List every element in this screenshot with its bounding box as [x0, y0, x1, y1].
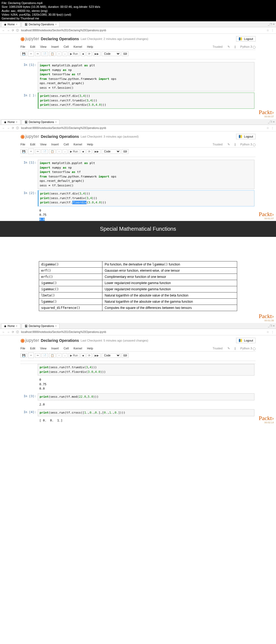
move-down-button[interactable]: ↓ — [63, 52, 67, 56]
edit-icon[interactable]: ✎ — [227, 45, 230, 49]
reload-icon[interactable]: ⟳ — [12, 29, 14, 32]
logout-button[interactable]: Logout — [236, 338, 256, 343]
forward-icon[interactable]: → — [7, 127, 10, 130]
menu-edit[interactable]: Edit — [30, 347, 35, 350]
menu-file[interactable]: File — [20, 347, 25, 350]
menu-file[interactable]: File — [20, 143, 25, 146]
copy-button[interactable]: 📄 — [42, 149, 48, 154]
cell-type-select[interactable]: Code — [102, 52, 120, 56]
edit-icon[interactable]: ✎ — [227, 143, 230, 146]
copy-button[interactable]: 📄 — [42, 52, 48, 56]
move-up-button[interactable]: ↑ — [57, 353, 61, 358]
menu-cell[interactable]: Cell — [64, 347, 69, 350]
info-icon[interactable]: ⓘ — [16, 29, 19, 32]
partial-cell[interactable]: print(sess.run(tf.truediv(3,4))) print(s… — [22, 364, 254, 376]
run-button[interactable]: ▶ Run — [68, 353, 80, 358]
command-palette-button[interactable]: ⌨ — [122, 149, 129, 154]
window-controls[interactable]: ⎯ ❐ ✕ — [268, 121, 276, 123]
run-all-button[interactable]: ▶▶ — [93, 149, 101, 154]
close-icon[interactable]: × — [16, 23, 18, 26]
notebook-title[interactable]: Declaring Operations — [41, 134, 79, 139]
move-up-button[interactable]: ↑ — [57, 52, 61, 56]
paste-button[interactable]: 📋 — [49, 353, 56, 358]
copy-button[interactable]: 📄 — [42, 353, 48, 358]
command-palette-button[interactable]: ⌨ — [122, 353, 129, 358]
cell-body[interactable]: print(sess.run(tf.div(3,4))) print(sess.… — [38, 93, 254, 109]
menu-view[interactable]: View — [40, 347, 47, 350]
close-icon[interactable]: × — [55, 23, 57, 26]
cut-button[interactable]: ✂ — [35, 149, 40, 154]
stop-button[interactable]: ■ — [81, 353, 85, 358]
menu-help[interactable]: Help — [87, 143, 93, 146]
cell-body[interactable]: import matplotlib.pyplot as plt import n… — [38, 62, 254, 91]
tab-notebook[interactable]: 📓Declaring Operations× — [22, 323, 60, 328]
back-icon[interactable]: ← — [2, 330, 5, 333]
cell-body[interactable]: print(sess.run(tf.truediv(3,4))) print(s… — [38, 364, 254, 376]
menu-kernel[interactable]: Kernel — [74, 45, 82, 49]
menu-help[interactable]: Help — [87, 347, 93, 350]
info-icon[interactable]: ⓘ — [16, 330, 19, 334]
cell-body[interactable]: print(sess.run(tf.mod(22.0,5.0))) — [38, 393, 254, 401]
menu-edit[interactable]: Edit — [30, 45, 35, 49]
move-down-button[interactable]: ↓ — [63, 353, 67, 358]
menu-view[interactable]: View — [40, 143, 47, 146]
menu-insert[interactable]: Insert — [51, 45, 59, 49]
menu-file[interactable]: File — [20, 45, 25, 49]
menu-insert[interactable]: Insert — [51, 143, 59, 146]
url-text[interactable]: localhost:8888/notebooks/Section%201/Dec… — [21, 29, 106, 32]
menu-icon[interactable]: ⋮ — [271, 330, 274, 333]
cell-body[interactable]: print(sess.run(tf.cross([1.,0.,0.],[0.,1… — [38, 409, 254, 417]
restart-button[interactable]: ⟳ — [87, 52, 92, 56]
save-button[interactable]: 💾 — [20, 52, 27, 56]
bookmark-icon[interactable]: ☆ — [267, 29, 269, 32]
logout-button[interactable]: Logout — [236, 36, 256, 42]
command-palette-button[interactable]: ⌨ — [122, 52, 129, 56]
add-cell-button[interactable]: ＋ — [28, 353, 34, 358]
tab-home[interactable]: ◉Home× — [1, 323, 20, 328]
reload-icon[interactable]: ⟳ — [12, 330, 14, 333]
menu-icon[interactable]: ⋮ — [271, 29, 274, 32]
paste-button[interactable]: 📋 — [49, 149, 56, 154]
run-all-button[interactable]: ▶▶ — [93, 52, 101, 56]
cell-type-select[interactable]: Code — [102, 353, 120, 358]
add-cell-button[interactable]: ＋ — [28, 149, 34, 154]
code-cell-active[interactable]: In [ ]: print(sess.run(tf.div(3,4))) pri… — [22, 93, 254, 109]
window-controls[interactable]: ⎯ ❐ ✕ — [268, 23, 276, 26]
cut-button[interactable]: ✂ — [35, 353, 40, 358]
save-button[interactable]: 💾 — [20, 353, 27, 358]
run-all-button[interactable]: ▶▶ — [93, 353, 101, 358]
back-icon[interactable]: ← — [2, 29, 5, 32]
run-button[interactable]: ▶ Run — [68, 149, 80, 154]
jupyter-logo[interactable]: ◉jupyter — [20, 134, 39, 139]
logout-button[interactable]: Logout — [236, 134, 256, 139]
menu-edit[interactable]: Edit — [30, 143, 35, 146]
menu-help[interactable]: Help — [87, 45, 93, 49]
restart-button[interactable]: ⟳ — [87, 149, 92, 154]
cut-button[interactable]: ✂ — [35, 52, 40, 56]
code-cell-1[interactable]: In [1]: import matplotlib.pyplot as plt … — [22, 160, 254, 189]
menu-kernel[interactable]: Kernel — [74, 347, 82, 350]
code-cell-4[interactable]: In [4]: print(sess.run(tf.cross([1.,0.,0… — [22, 409, 254, 417]
menu-cell[interactable]: Cell — [64, 143, 69, 146]
menu-insert[interactable]: Insert — [51, 347, 59, 350]
code-cell-1[interactable]: In [1]: import matplotlib.pyplot as plt … — [22, 62, 254, 91]
stop-button[interactable]: ■ — [81, 149, 85, 154]
notebook-title[interactable]: Declaring Operations — [41, 37, 79, 41]
run-button[interactable]: ▶ Run — [68, 52, 80, 56]
menu-view[interactable]: View — [40, 45, 47, 49]
code-cell-2[interactable]: In [2]: print(sess.run(tf.div(3,4))) pri… — [22, 190, 254, 206]
tab-notebook[interactable]: 📓 Declaring Operations × — [22, 22, 60, 27]
forward-icon[interactable]: → — [7, 330, 10, 333]
back-icon[interactable]: ← — [2, 127, 5, 130]
restart-button[interactable]: ⟳ — [87, 353, 92, 358]
info-icon[interactable]: ⓘ — [16, 126, 19, 130]
bookmark-icon[interactable]: ☆ — [267, 127, 269, 130]
edit-icon[interactable]: ✎ — [227, 347, 230, 350]
stop-button[interactable]: ■ — [81, 52, 85, 56]
menu-kernel[interactable]: Kernel — [74, 143, 82, 146]
menu-icon[interactable]: ⋮ — [271, 127, 274, 130]
notebook-title[interactable]: Declaring Operations — [41, 338, 79, 343]
bookmark-icon[interactable]: ☆ — [267, 330, 269, 333]
forward-icon[interactable]: → — [7, 29, 10, 32]
jupyter-logo[interactable]: ◉jupyter — [20, 36, 39, 42]
